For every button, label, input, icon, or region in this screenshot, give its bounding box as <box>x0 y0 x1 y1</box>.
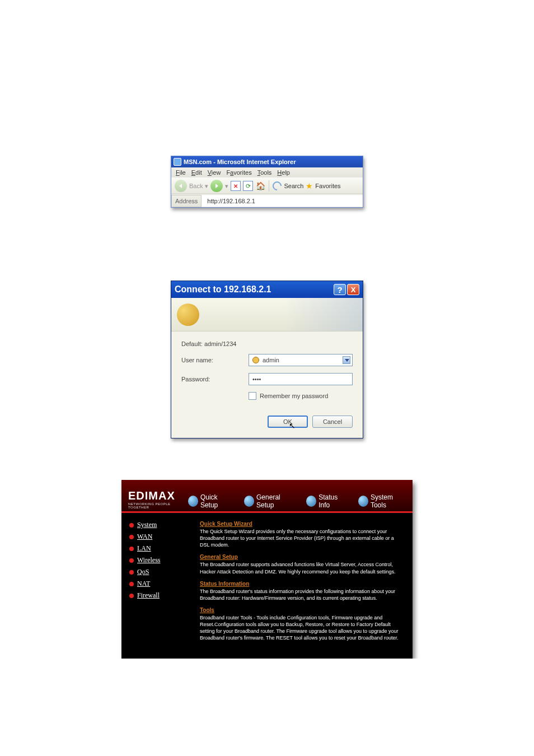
auth-realm-text: Default: admin/1234 <box>181 340 353 347</box>
back-button[interactable] <box>175 180 187 192</box>
auth-banner <box>171 298 363 332</box>
home-button[interactable]: 🏠 <box>255 181 265 191</box>
section-title[interactable]: Tools <box>200 607 404 613</box>
address-input[interactable]: http://192.168.2.1 <box>202 195 363 207</box>
tab-status-label: Status Info <box>318 493 348 509</box>
router-header: EDIMAX NETWORKING PEOPLE TOGETHER Quick … <box>121 480 413 511</box>
remember-checkbox[interactable] <box>249 392 256 400</box>
sidebar-item-qos[interactable]: QoS <box>129 568 200 576</box>
cursor-icon: ↖ <box>289 421 296 430</box>
logo-tagline: NETWORKING PEOPLE TOGETHER <box>128 502 188 509</box>
sidebar-label: WAN <box>137 533 152 541</box>
close-button[interactable]: X <box>347 284 359 295</box>
address-label: Address <box>171 195 202 207</box>
section-tools: Tools Broadband router Tools - Tools inc… <box>200 607 404 642</box>
menu-favorites[interactable]: Favorites <box>226 169 251 176</box>
cancel-button[interactable]: Cancel <box>312 416 353 428</box>
section-body: Broadband router Tools - Tools include C… <box>200 614 404 642</box>
router-main: Quick Setup Wizard The Quick Setup Wizar… <box>200 513 413 659</box>
password-input[interactable]: •••• <box>249 373 353 385</box>
bullet-icon <box>129 547 134 551</box>
section-body: The Broadband router supports advanced f… <box>200 561 404 575</box>
forward-button[interactable] <box>210 180 223 192</box>
sidebar-item-wireless[interactable]: Wireless <box>129 556 200 564</box>
username-dropdown-icon[interactable] <box>343 356 350 364</box>
section-body: The Quick Setup Wizard provides only the… <box>200 528 404 548</box>
search-label[interactable]: Search <box>284 183 303 189</box>
favorites-label[interactable]: Favorites <box>315 183 340 189</box>
tab-quick-label: Quick Setup <box>200 493 234 509</box>
ok-button[interactable]: OK ↖ <box>268 416 308 428</box>
router-admin-page: EDIMAX NETWORKING PEOPLE TOGETHER Quick … <box>121 480 413 659</box>
sidebar-item-wan[interactable]: WAN <box>129 533 200 541</box>
cancel-label: Cancel <box>323 418 342 425</box>
router-logo: EDIMAX NETWORKING PEOPLE TOGETHER <box>128 490 188 509</box>
ie-logo-icon <box>174 158 181 166</box>
auth-dialog: Connect to 192.168.2.1 ? X Default: admi… <box>171 281 363 438</box>
toolbar-separator <box>269 180 269 192</box>
bullet-icon <box>129 570 134 575</box>
password-value: •••• <box>252 376 261 382</box>
auth-title-text: Connect to 192.168.2.1 <box>175 284 271 295</box>
section-status-info: Status Information The Broadband router'… <box>200 581 404 601</box>
sidebar-label: NAT <box>137 580 150 588</box>
bullet-icon <box>129 558 134 563</box>
stop-button[interactable]: ✕ <box>231 181 241 191</box>
router-tabs: Quick Setup General Setup Status Info Sy… <box>188 493 407 509</box>
section-general-setup: General Setup The Broadband router suppo… <box>200 554 404 575</box>
section-title[interactable]: Quick Setup Wizard <box>200 521 404 527</box>
back-chevron-icon[interactable]: ▾ <box>205 183 208 190</box>
sidebar-item-nat[interactable]: NAT <box>129 580 200 588</box>
ie-browser-window: MSN.com - Microsoft Internet Explorer Fi… <box>171 156 363 208</box>
username-value: admin <box>263 357 279 363</box>
password-label: Password: <box>181 376 249 382</box>
ie-menu-bar: File Edit View Favorites Tools Help <box>171 167 363 178</box>
ie-title-text: MSN.com - Microsoft Internet Explorer <box>184 158 296 165</box>
sidebar-label: QoS <box>137 568 149 576</box>
forward-chevron-icon[interactable]: ▾ <box>225 183 228 190</box>
keys-icon <box>177 304 199 326</box>
section-body: The Broadband router's status informatio… <box>200 588 404 601</box>
globe-icon <box>358 496 368 507</box>
tab-quick-setup[interactable]: Quick Setup <box>188 493 234 509</box>
auth-body: Default: admin/1234 User name: admin Pas… <box>171 332 363 438</box>
favorites-star-icon[interactable]: ★ <box>306 181 313 190</box>
menu-file[interactable]: File <box>176 169 186 176</box>
menu-edit[interactable]: Edit <box>191 169 202 176</box>
search-icon[interactable] <box>271 180 284 193</box>
globe-icon <box>188 496 198 507</box>
bullet-icon <box>129 594 134 598</box>
tab-general-label: General Setup <box>256 493 296 509</box>
globe-icon <box>306 496 316 507</box>
menu-tools[interactable]: Tools <box>257 169 272 176</box>
auth-titlebar: Connect to 192.168.2.1 ? X <box>171 281 363 298</box>
refresh-button[interactable]: ⟳ <box>243 181 253 191</box>
sidebar-label: LAN <box>137 544 151 553</box>
sidebar-item-lan[interactable]: LAN <box>129 544 200 553</box>
ie-address-bar: Address http://192.168.2.1 <box>171 194 363 207</box>
sidebar-item-firewall[interactable]: Firewall <box>129 591 200 600</box>
tab-system-tools[interactable]: System Tools <box>358 493 407 509</box>
section-title[interactable]: Status Information <box>200 581 404 587</box>
sidebar-label: Firewall <box>137 591 160 600</box>
ie-titlebar: MSN.com - Microsoft Internet Explorer <box>171 156 363 167</box>
globe-icon <box>244 496 254 507</box>
username-input[interactable]: admin <box>249 354 353 366</box>
logo-text: EDIMAX <box>128 490 188 501</box>
menu-view[interactable]: View <box>208 169 221 176</box>
tab-general-setup[interactable]: General Setup <box>244 493 296 509</box>
tab-status-info[interactable]: Status Info <box>306 493 348 509</box>
help-button[interactable]: ? <box>334 284 346 295</box>
remember-label[interactable]: Remember my password <box>260 393 328 399</box>
section-title[interactable]: General Setup <box>200 554 404 560</box>
router-body: System WAN LAN Wireless QoS NAT Firewall… <box>121 513 413 659</box>
banner-background <box>284 298 363 331</box>
section-quick-setup: Quick Setup Wizard The Quick Setup Wizar… <box>200 521 404 548</box>
tab-tools-label: System Tools <box>371 493 407 509</box>
sidebar-item-system[interactable]: System <box>129 521 200 529</box>
user-icon <box>252 357 259 363</box>
ie-toolbar: Back ▾ ▾ ✕ ⟳ 🏠 Search ★ Favorites <box>171 178 363 194</box>
menu-help[interactable]: Help <box>277 169 290 176</box>
sidebar-label: System <box>137 521 157 529</box>
router-sidebar: System WAN LAN Wireless QoS NAT Firewall <box>121 513 200 659</box>
